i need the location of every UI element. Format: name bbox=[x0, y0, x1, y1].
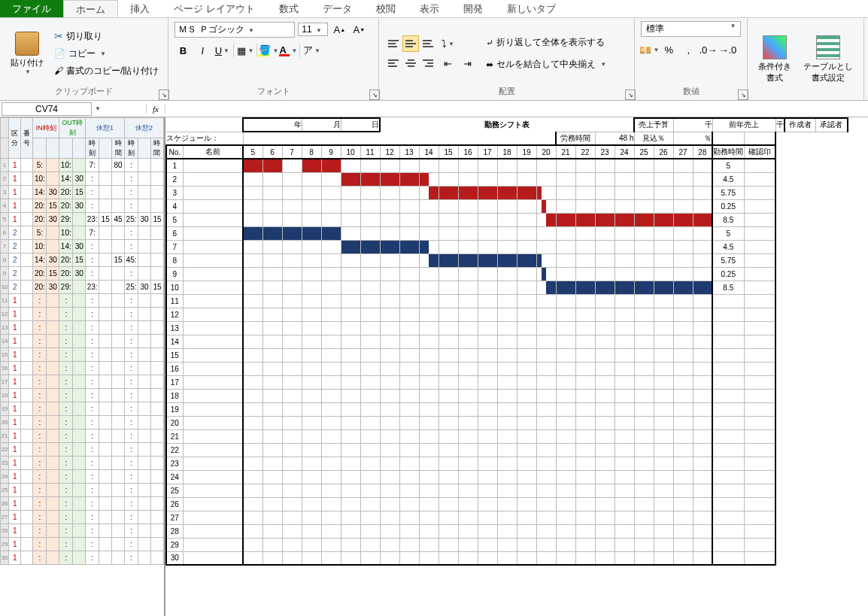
left-table[interactable]: 区分番号IN時刻OUT時刻休憩1休憩2時刻時間時刻時間115:10:7:80:2… bbox=[0, 117, 164, 565]
decrease-font-button[interactable]: A▼ bbox=[351, 21, 367, 38]
tab-review[interactable]: 校閲 bbox=[364, 0, 408, 17]
decrease-indent-button[interactable]: ⇤ bbox=[439, 55, 456, 71]
right-pane: 年月日勤務シフト表売上予算千前年売上千作成者承認者スケジュール：労務時間48 h… bbox=[165, 117, 868, 616]
group-number: 標準 ▼ 💴▼ % , .0→ →.0 数値 ↘ bbox=[635, 18, 748, 100]
sheet-area: 区分番号IN時刻OUT時刻休憩1休憩2時刻時間時刻時間115:10:7:80:2… bbox=[0, 117, 868, 616]
italic-button[interactable]: I bbox=[194, 42, 211, 59]
wrap-icon: ⤶ bbox=[486, 38, 493, 48]
fill-color-button[interactable]: 🪣▼ bbox=[260, 42, 277, 59]
merge-center-button[interactable]: ⬌セルを結合して中央揃え▼ bbox=[483, 56, 609, 72]
format-painter-button[interactable]: 書式のコピー/貼り付け bbox=[51, 63, 162, 79]
paste-label: 貼り付け bbox=[11, 57, 44, 68]
align-left-button[interactable] bbox=[385, 55, 402, 71]
orientation-button[interactable]: ⤵▼ bbox=[439, 35, 456, 52]
tab-developer[interactable]: 開発 bbox=[451, 0, 495, 17]
decrease-decimal-button[interactable]: →.0 bbox=[719, 41, 736, 58]
dialog-launcher-icon[interactable]: ↘ bbox=[369, 90, 380, 100]
underline-button[interactable]: U▼ bbox=[214, 42, 230, 59]
dialog-launcher-icon[interactable]: ↘ bbox=[738, 90, 748, 100]
name-box[interactable]: CV74 bbox=[2, 102, 92, 116]
conditional-format-button[interactable]: 条件付き 書式 bbox=[754, 34, 796, 85]
align-bottom-button[interactable] bbox=[420, 35, 436, 52]
dialog-launcher-icon[interactable]: ↘ bbox=[159, 90, 169, 100]
align-center-button[interactable] bbox=[402, 55, 419, 71]
align-top-button[interactable] bbox=[385, 35, 402, 52]
bold-button[interactable]: B bbox=[175, 42, 191, 59]
tab-view[interactable]: 表示 bbox=[408, 0, 451, 17]
copy-button[interactable]: コピー▼ bbox=[51, 46, 162, 62]
group-font: ＭＳ Ｐゴシック ▼ 11 ▼ A▲ A▼ B I U▼ ▦▼ 🪣▼ A▼ ア▼… bbox=[168, 18, 379, 100]
phonetic-button[interactable]: ア▼ bbox=[303, 42, 320, 59]
group-label-number: 数値 bbox=[641, 86, 741, 97]
wrap-text-button[interactable]: ⤶折り返して全体を表示する bbox=[483, 35, 609, 50]
font-size-select[interactable]: 11 ▼ bbox=[298, 23, 328, 36]
tab-file[interactable]: ファイル bbox=[0, 0, 63, 17]
group-clipboard: 貼り付け ▼ 切り取り コピー▼ 書式のコピー/貼り付け クリップボード ↘ bbox=[0, 18, 168, 100]
format-as-table-button[interactable]: テーブルとし 書式設定 bbox=[799, 34, 857, 85]
comma-button[interactable]: , bbox=[680, 41, 697, 58]
chevron-down-icon: ▼ bbox=[25, 68, 31, 75]
align-middle-button[interactable] bbox=[402, 35, 419, 52]
percent-button[interactable]: % bbox=[660, 41, 677, 58]
group-label-font: フォント bbox=[175, 86, 372, 97]
align-right-button[interactable] bbox=[420, 55, 436, 71]
fx-icon[interactable]: fx bbox=[146, 105, 165, 114]
name-box-dropdown-icon[interactable]: ▼ bbox=[95, 105, 101, 112]
brush-icon bbox=[54, 65, 63, 76]
table-icon bbox=[816, 35, 840, 59]
tab-home[interactable]: ホーム bbox=[63, 0, 118, 17]
merge-icon: ⬌ bbox=[486, 59, 493, 70]
formula-input[interactable] bbox=[165, 102, 868, 116]
dialog-launcher-icon[interactable]: ↘ bbox=[625, 90, 636, 100]
number-format-select[interactable]: 標準 ▼ bbox=[641, 21, 741, 37]
border-button[interactable]: ▦▼ bbox=[237, 42, 253, 59]
tab-formulas[interactable]: 数式 bbox=[267, 0, 311, 17]
ribbon: 貼り付け ▼ 切り取り コピー▼ 書式のコピー/貼り付け クリップボード ↘ Ｍ… bbox=[0, 18, 868, 101]
ribbon-tabs: ファイル ホーム 挿入 ページ レイアウト 数式 データ 校閲 表示 開発 新し… bbox=[0, 0, 868, 18]
increase-font-button[interactable]: A▲ bbox=[331, 21, 348, 38]
tab-insert[interactable]: 挿入 bbox=[118, 0, 162, 17]
group-styles: 条件付き 書式 テーブルとし 書式設定 bbox=[748, 18, 864, 100]
scissors-icon bbox=[54, 30, 63, 42]
increase-indent-button[interactable]: ⇥ bbox=[459, 55, 475, 71]
left-pane: 区分番号IN時刻OUT時刻休憩1休憩2時刻時間時刻時間115:10:7:80:2… bbox=[0, 117, 165, 616]
gantt-table[interactable]: 年月日勤務シフト表売上予算千前年売上千作成者承認者スケジュール：労務時間48 h… bbox=[165, 117, 848, 566]
paste-button[interactable]: 貼り付け ▼ bbox=[6, 30, 48, 77]
group-label-clipboard: クリップボード bbox=[6, 86, 162, 97]
tab-new[interactable]: 新しいタブ bbox=[495, 0, 568, 17]
copy-icon bbox=[54, 48, 65, 59]
conditional-format-icon bbox=[763, 35, 787, 59]
font-name-select[interactable]: ＭＳ Ｐゴシック ▼ bbox=[175, 22, 295, 38]
tab-page-layout[interactable]: ページ レイアウト bbox=[162, 0, 267, 17]
increase-decimal-button[interactable]: .0→ bbox=[700, 41, 716, 58]
font-color-button[interactable]: A▼ bbox=[280, 42, 296, 59]
formula-bar: CV74 ▼ fx bbox=[0, 101, 868, 117]
group-alignment: ⤵▼ ⇤ ⇥ ⤶折り返して全体を表示する ⬌セルを結合して中央揃え▼ 配置 ↘ bbox=[379, 18, 635, 100]
group-label-alignment: 配置 bbox=[385, 86, 628, 97]
tab-data[interactable]: データ bbox=[311, 0, 364, 17]
clipboard-icon bbox=[15, 32, 39, 56]
cut-button[interactable]: 切り取り bbox=[51, 29, 162, 44]
accounting-format-button[interactable]: 💴▼ bbox=[641, 41, 657, 58]
